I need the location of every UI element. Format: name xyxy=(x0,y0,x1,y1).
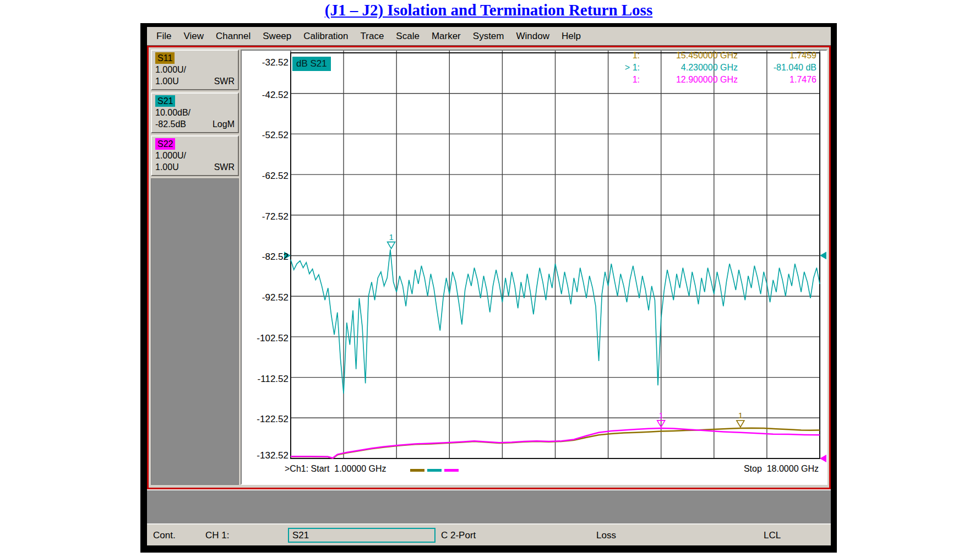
s11-trace-legend-dash-icon xyxy=(410,469,424,472)
page-title-link[interactable]: (J1 – J2) Isolation and Termination Retu… xyxy=(325,1,652,19)
sweep-start-label: >Ch1: Start 1.00000 GHz xyxy=(285,464,386,474)
trace-format: LogM xyxy=(213,118,235,130)
trace-id-badge: S21 xyxy=(155,95,175,107)
marker-triangle-icon xyxy=(388,242,395,249)
menu-bar: File View Channel Sweep Calibration Trac… xyxy=(147,27,831,46)
menu-item-view[interactable]: View xyxy=(177,31,210,42)
analyzer-window: File View Channel Sweep Calibration Trac… xyxy=(140,23,837,553)
menu-item-calibration[interactable]: Calibration xyxy=(297,31,354,42)
menu-item-marker[interactable]: Marker xyxy=(426,31,467,42)
trace-button-s22[interactable]: S22 1.000U/ 1.00U SWR xyxy=(151,135,239,176)
marker-value: -81.040 dB xyxy=(242,63,816,73)
y-axis-label: -62.52 xyxy=(242,171,288,181)
marker-readout-row: > 1: 4.230000 GHz -81.040 dB xyxy=(242,63,816,74)
y-axis-label: -72.52 xyxy=(242,211,288,222)
trace-scale: 10.00dB/ xyxy=(155,107,235,118)
menu-item-trace[interactable]: Trace xyxy=(355,31,390,42)
trace-id-badge: S22 xyxy=(155,138,175,150)
measurement-field: S21 xyxy=(288,528,435,543)
marker-value: 1.7476 xyxy=(242,75,816,85)
y-axis-label: -102.52 xyxy=(242,333,288,343)
trace-status-sidebar: S11 1.000U/ 1.00U SWR S21 10.00dB/ -82.5… xyxy=(151,50,239,485)
window-name-status: Loss xyxy=(596,530,616,541)
plot-panel[interactable]: 111 -32.52 -42.52 -52.52 -62.52 -72.52 -… xyxy=(241,50,827,485)
sidebar-empty-area xyxy=(151,178,239,485)
marker-number-label: 1 xyxy=(659,411,663,420)
marker-readout-row: 1: 12.900000 GHz 1.7476 xyxy=(242,75,816,86)
control-mode-status: LCL xyxy=(764,530,781,541)
trace-format: SWR xyxy=(214,161,235,173)
trace-button-s21[interactable]: S21 10.00dB/ -82.5dB LogM xyxy=(151,92,239,133)
trace-scale: 1.000U/ xyxy=(155,150,235,161)
menu-item-file[interactable]: File xyxy=(150,31,177,42)
y-axis-label: -42.52 xyxy=(242,90,288,100)
trace-button-s11[interactable]: S11 1.000U/ 1.00U SWR xyxy=(151,50,239,90)
s22-trace-legend-dash-icon xyxy=(444,469,459,472)
trace-format: SWR xyxy=(214,75,235,87)
menu-item-help[interactable]: Help xyxy=(556,31,587,42)
y-axis-label: -112.52 xyxy=(242,374,288,384)
channel-status: CH 1: xyxy=(205,530,229,541)
page-title: (J1 – J2) Isolation and Termination Retu… xyxy=(140,1,837,19)
menu-item-window[interactable]: Window xyxy=(510,31,555,42)
display-area: S11 1.000U/ 1.00U SWR S21 10.00dB/ -82.5… xyxy=(147,46,831,489)
ref-level-arrow-icon xyxy=(820,455,826,462)
menu-item-sweep[interactable]: Sweep xyxy=(257,31,297,42)
trace-id-badge: S11 xyxy=(155,52,175,64)
y-axis-label: -132.52 xyxy=(242,450,288,461)
marker-number-label: 1 xyxy=(738,411,743,420)
lower-gray-band xyxy=(147,489,831,523)
menu-item-scale[interactable]: Scale xyxy=(390,31,426,42)
ref-level-arrow-icon xyxy=(820,252,826,259)
status-bar: Cont. CH 1: S21 C 2-Port Loss LCL xyxy=(147,523,831,545)
y-axis-label: -82.52 xyxy=(242,252,288,262)
trace-scale: 1.000U/ xyxy=(155,64,235,75)
trace-ref: -82.5dB xyxy=(155,118,186,130)
correction-status: C 2-Port xyxy=(441,530,476,541)
s21-trace-legend-dash-icon xyxy=(427,469,442,472)
marker-triangle-icon xyxy=(737,421,744,427)
trace-ref: 1.00U xyxy=(155,161,179,173)
marker-number-label: 1 xyxy=(389,232,393,242)
y-axis-label: -122.52 xyxy=(242,414,288,424)
screen: (J1 – J2) Isolation and Termination Retu… xyxy=(0,0,980,557)
y-axis-label: -92.52 xyxy=(242,292,288,303)
menu-item-channel[interactable]: Channel xyxy=(210,31,257,42)
measurement-graph[interactable]: 111 xyxy=(242,51,826,484)
y-axis-label: -52.52 xyxy=(242,130,288,140)
sweep-stop-label: Stop 18.0000 GHz xyxy=(744,464,819,474)
sweep-mode-status: Cont. xyxy=(153,530,176,541)
marker-readout-row: 1: 15.450000 GHz 1.7459 xyxy=(242,51,816,62)
marker-value: 1.7459 xyxy=(242,51,816,61)
trace-ref: 1.00U xyxy=(155,75,179,87)
menu-item-system[interactable]: System xyxy=(467,31,510,42)
